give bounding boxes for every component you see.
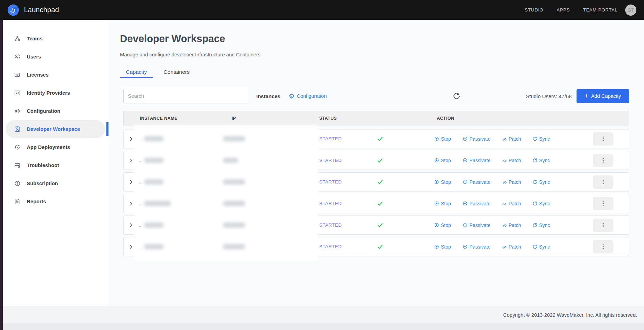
patch-action-label: Patch xyxy=(509,222,521,228)
plus-icon xyxy=(585,93,588,99)
sync-action[interactable]: Sync xyxy=(532,222,550,228)
patch-action[interactable]: Patch xyxy=(502,244,521,250)
column-header-action: ACTION xyxy=(430,116,593,121)
row-menu-button[interactable] xyxy=(593,154,613,167)
developer-workspace-icon xyxy=(14,126,21,133)
patch-action-label: Patch xyxy=(509,179,521,185)
passivate-icon xyxy=(462,222,468,228)
subscription-icon: S xyxy=(14,180,21,187)
row-actions: Stop Passivate xyxy=(430,179,593,185)
sidebar-item-troubleshoot[interactable]: Troubleshoot xyxy=(6,156,105,174)
column-header-ip: IP xyxy=(214,116,315,121)
patch-action[interactable]: Patch xyxy=(502,179,521,185)
gear-icon xyxy=(14,108,21,115)
add-capacity-button[interactable]: Add Capacity xyxy=(577,89,629,103)
add-capacity-label: Add Capacity xyxy=(591,93,621,99)
patch-action-label: Patch xyxy=(509,244,521,250)
gear-icon xyxy=(289,93,295,100)
stop-action[interactable]: Stop xyxy=(434,201,451,206)
sidebar-item-licenses[interactable]: Licenses xyxy=(6,66,105,84)
row-menu-button[interactable] xyxy=(593,219,613,232)
redacted-text-fragment: .. xyxy=(138,245,141,249)
status-ok-check-icon xyxy=(374,222,430,228)
search-input[interactable] xyxy=(123,89,249,103)
patch-action-label: Patch xyxy=(509,136,521,142)
passivate-action[interactable]: Passivate xyxy=(462,158,491,163)
sidebar: Teams Users Licenses xyxy=(3,20,108,306)
patch-action[interactable]: Patch xyxy=(502,201,521,206)
status-ok-check-icon xyxy=(374,157,430,164)
sidebar-item-reports[interactable]: Reports xyxy=(6,192,105,211)
redacted-ip-blob xyxy=(223,158,238,163)
configuration-link-label: Configuration xyxy=(297,93,327,99)
redacted-name-blob xyxy=(144,244,164,249)
stop-action[interactable]: Stop xyxy=(434,158,451,163)
passivate-action[interactable]: Passivate xyxy=(462,222,491,228)
stop-action[interactable]: Stop xyxy=(434,136,451,142)
sidebar-item-label: Users xyxy=(27,54,41,60)
sync-action[interactable]: Sync xyxy=(532,136,550,142)
stop-action-label: Stop xyxy=(441,222,451,228)
passivate-action[interactable]: Passivate xyxy=(462,244,491,250)
sync-action[interactable]: Sync xyxy=(532,201,550,206)
tab-containers[interactable]: Containers xyxy=(158,68,195,78)
tab-capacity[interactable]: Capacity xyxy=(120,68,153,78)
configuration-link[interactable]: Configuration xyxy=(289,93,327,100)
status-text: STARTED xyxy=(315,201,374,206)
stop-action[interactable]: Stop xyxy=(434,179,451,185)
stop-action[interactable]: Stop xyxy=(434,244,451,250)
row-menu-button[interactable] xyxy=(593,240,613,253)
column-header-status: STATUS xyxy=(315,116,374,121)
sync-action-label: Sync xyxy=(539,201,550,206)
sidebar-item-teams[interactable]: Teams xyxy=(6,30,105,48)
launchpad-logo-icon[interactable] xyxy=(7,4,19,16)
stop-action-label: Stop xyxy=(441,201,451,206)
sidebar-item-label: Licenses xyxy=(27,72,49,78)
patch-action[interactable]: Patch xyxy=(502,136,521,142)
licenses-icon xyxy=(14,71,21,78)
passivate-action-label: Passivate xyxy=(469,201,491,206)
nav-apps[interactable]: APPS xyxy=(557,7,570,13)
kebab-icon xyxy=(603,246,604,247)
passivate-action-label: Passivate xyxy=(469,244,491,250)
sync-icon xyxy=(532,158,537,163)
stop-icon xyxy=(434,158,439,163)
user-avatar[interactable]: GT xyxy=(625,5,636,16)
redacted-ip-blob xyxy=(223,179,245,184)
row-menu-button[interactable] xyxy=(593,175,613,189)
sidebar-item-configuration[interactable]: Configuration xyxy=(6,102,105,120)
nav-studio[interactable]: STUDIO xyxy=(525,7,544,13)
status-ok-check-icon xyxy=(374,136,430,142)
sidebar-item-identity-providers[interactable]: Identity Providers xyxy=(6,84,105,102)
kebab-icon xyxy=(603,181,604,182)
tabs: Capacity Containers xyxy=(120,68,637,78)
redacted-ip-blob xyxy=(223,222,245,228)
sidebar-item-users[interactable]: Users xyxy=(6,48,105,66)
redacted-name-blob xyxy=(144,158,164,163)
patch-icon xyxy=(502,136,507,141)
main-content: Developer Workspace Manage and configure… xyxy=(108,20,644,306)
sidebar-item-label: App Deployments xyxy=(27,144,70,150)
sync-action-label: Sync xyxy=(539,222,550,228)
sync-action[interactable]: Sync xyxy=(532,244,550,250)
patch-action[interactable]: Patch xyxy=(502,158,521,163)
passivate-action[interactable]: Passivate xyxy=(462,179,491,185)
sidebar-item-developer-workspace[interactable]: Developer Workspace xyxy=(6,120,105,138)
sidebar-item-app-deployments[interactable]: App Deployments xyxy=(6,138,105,156)
row-menu xyxy=(593,154,629,167)
passivate-action[interactable]: Passivate xyxy=(462,201,491,206)
redacted-text-fragment: .. xyxy=(138,137,141,141)
nav-team-portal[interactable]: TEAM PORTAL xyxy=(583,7,618,13)
patch-action[interactable]: Patch xyxy=(502,222,521,228)
passivate-action[interactable]: Passivate xyxy=(462,136,491,142)
sidebar-item-subscription[interactable]: S Subscription xyxy=(6,174,105,192)
stop-action[interactable]: Stop xyxy=(434,222,451,228)
page-title: Developer Workspace xyxy=(120,33,225,45)
stop-icon xyxy=(434,244,439,249)
top-header-bar: Launchpad STUDIO APPS TEAM PORTAL GT xyxy=(0,0,644,20)
refresh-icon[interactable] xyxy=(453,92,460,100)
row-menu-button[interactable] xyxy=(593,197,613,210)
sync-action[interactable]: Sync xyxy=(532,179,550,185)
sync-action[interactable]: Sync xyxy=(532,158,550,163)
row-menu-button[interactable] xyxy=(593,132,613,146)
